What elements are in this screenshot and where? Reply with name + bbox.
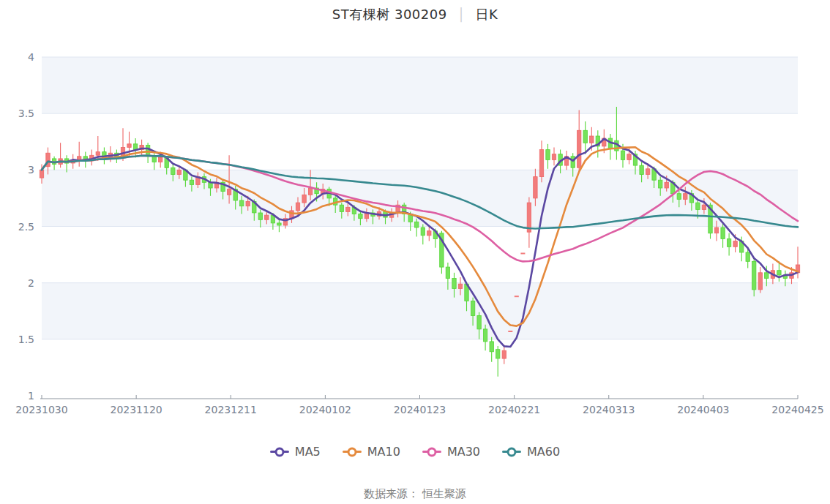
x-tick-label: 20240102 [299,404,351,415]
y-tick-label: 2 [28,277,34,289]
candle [296,203,299,211]
candle [127,144,131,148]
candle [714,227,718,233]
candle [346,207,350,211]
candle [96,152,100,156]
candle [621,151,624,159]
candle [258,213,262,219]
candle [746,252,749,261]
candle [446,267,449,278]
candle [640,165,643,174]
candle [227,189,231,195]
candle [727,239,730,247]
candle [546,150,550,160]
candle [40,170,43,178]
candle [483,329,487,342]
legend-label-ma60: MA60 [527,445,560,459]
candle [458,284,462,288]
candle [496,350,500,358]
x-tick-label: 20231211 [205,404,257,415]
limit-dash-candle [508,331,512,332]
ma5-line-icon [270,451,289,453]
x-axis: 2023103020231120202312112024010220240123… [15,395,823,415]
candle [177,170,181,174]
candle [359,214,362,219]
candle [534,177,537,198]
candle [240,200,244,206]
x-tick-label: 20240221 [488,404,540,415]
candle [427,231,431,236]
legend-label-ma10: MA10 [367,445,400,459]
y-tick-label: 3.5 [18,108,34,119]
candle [539,150,543,177]
ma60-line-icon [502,451,521,453]
candle [477,315,481,329]
x-tick-label: 20240403 [677,404,729,415]
candle [159,157,162,162]
candle [777,271,781,275]
y-tick-label: 1 [28,390,34,402]
ma10-line-icon [343,451,362,453]
candle [152,157,156,162]
candle [452,279,456,289]
candle [590,136,594,143]
candle [646,169,649,175]
candle [308,188,312,195]
candle [721,227,725,238]
candle [415,222,419,227]
candle [758,273,762,290]
kline-chart[interactable]: 2023103020231120202312112024010220240123… [0,0,830,439]
stock-chart-page: ST有棵树 300209│日K 202310302023112020231211… [0,0,830,504]
candle [190,180,193,184]
candle [665,182,668,188]
candle [421,227,425,236]
limit-dash-candle [520,253,525,255]
legend-label-ma30: MA30 [447,445,480,459]
legend-item-ma5[interactable]: MA5 [270,445,321,459]
candle [677,194,681,200]
candle [659,180,662,188]
candle [765,273,769,279]
candle [583,130,587,143]
x-tick-label: 20240425 [771,404,823,415]
candle [471,301,474,315]
candle [171,168,175,174]
legend-label-ma5: MA5 [295,445,321,459]
legend-item-ma30[interactable]: MA30 [422,445,480,459]
candle [340,205,343,211]
candle [490,342,493,352]
x-tick-label: 20231030 [15,404,67,415]
candle [684,194,687,200]
y-axis: 43.532.521.51 [18,51,34,402]
ma-legend: MA5 MA10 MA30 MA60 [0,445,830,459]
candle [696,203,700,209]
x-tick-label: 20231120 [110,404,162,415]
y-tick-label: 4 [28,51,34,63]
candle [577,130,581,168]
legend-item-ma60[interactable]: MA60 [502,445,560,459]
candle [702,205,706,209]
candle [571,157,575,168]
candle [752,261,756,290]
candle [246,202,250,206]
candle [277,223,281,225]
ma30-line-icon [422,451,441,453]
candle [502,350,506,358]
legend-item-ma10[interactable]: MA10 [343,445,400,459]
candle [302,195,306,203]
candle [552,154,556,160]
y-tick-label: 3 [28,164,34,176]
x-tick-label: 20240123 [394,404,446,415]
candle [133,144,137,150]
y-tick-label: 1.5 [18,334,34,345]
limit-dash-candle [515,296,519,297]
candle [265,215,269,219]
x-tick-label: 20240313 [583,404,635,415]
candle [733,241,737,247]
data-source-note: 数据来源： 恒生聚源 [0,487,830,501]
y-tick-label: 2.5 [18,221,34,233]
candle [78,157,81,160]
candle [627,154,631,160]
